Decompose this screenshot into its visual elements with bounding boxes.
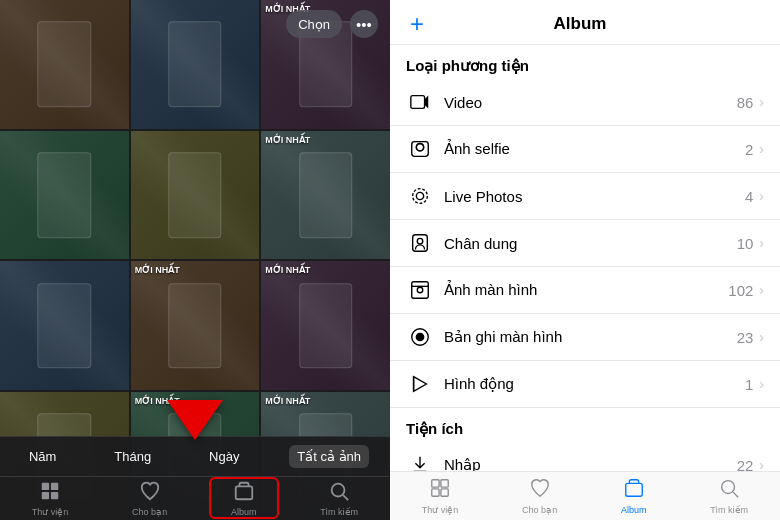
album-row-selfie[interactable]: Ảnh selfie 2 › [390, 126, 780, 173]
nav-library[interactable]: Thư viện [20, 476, 81, 520]
photo-cell[interactable]: MỚI NHẤT [131, 261, 260, 390]
right-panel: + Album Loại phương tiện Video 86 › Ảnh … [390, 0, 780, 520]
heart-icon-right [528, 477, 552, 503]
tab-month[interactable]: Tháng [106, 445, 159, 468]
nav-library-label: Thư viện [32, 507, 69, 517]
import-label: Nhập [444, 456, 737, 471]
album-row-screenshot[interactable]: Ảnh màn hình 102 › [390, 267, 780, 314]
screenrec-chevron: › [759, 329, 764, 345]
animated-count: 1 [745, 376, 753, 393]
bottom-nav-left: Thư viện Cho bạn Album Tìm kiếm [0, 476, 390, 520]
selfie-icon [406, 135, 434, 163]
time-tabs: Năm Tháng Ngày Tất cả ảnh [0, 436, 390, 476]
selfie-chevron: › [759, 141, 764, 157]
album-title: Album [428, 14, 732, 34]
album-header: + Album [390, 0, 780, 45]
portrait-count: 10 [737, 235, 754, 252]
photo-cell[interactable] [0, 261, 129, 390]
search-icon-right [717, 477, 741, 503]
svg-rect-16 [412, 282, 429, 299]
screenshot-count: 102 [728, 282, 753, 299]
section-title-utility: Tiện ích [390, 408, 780, 442]
portrait-chevron: › [759, 235, 764, 251]
album-row-portrait[interactable]: Chân dung 10 › [390, 220, 780, 267]
nav-search-left[interactable]: Tìm kiếm [308, 476, 370, 520]
svg-rect-3 [51, 492, 58, 499]
album-row-video[interactable]: Video 86 › [390, 79, 780, 126]
nav-library-right-label: Thư viện [422, 505, 459, 515]
nav-album-left-label: Album [231, 507, 257, 517]
photo-cell[interactable] [0, 131, 129, 260]
svg-rect-27 [432, 489, 439, 496]
left-panel: Chọn ••• MỚI NHẤT MỚI NHẤT MỚI NHẤT MỚI … [0, 0, 390, 520]
animated-icon [406, 370, 434, 398]
portrait-label: Chân dung [444, 235, 737, 252]
svg-rect-28 [441, 489, 448, 496]
animated-chevron: › [759, 376, 764, 392]
video-icon [406, 88, 434, 116]
nav-album-left[interactable]: Album [219, 476, 269, 520]
album-row-live[interactable]: Live Photos 4 › [390, 173, 780, 220]
section-title-media: Loại phương tiện [390, 45, 780, 79]
heart-icon [139, 480, 161, 505]
svg-point-30 [722, 481, 735, 494]
portrait-icon [406, 229, 434, 257]
nav-for-you-right[interactable]: Cho bạn [510, 473, 569, 519]
library-icon-right [428, 477, 452, 503]
screenrec-count: 23 [737, 329, 754, 346]
album-row-screenrec[interactable]: Bản ghi màn hình 23 › [390, 314, 780, 361]
nav-for-you-label: Cho bạn [132, 507, 167, 517]
live-chevron: › [759, 188, 764, 204]
svg-line-6 [343, 495, 348, 500]
chon-button[interactable]: Chọn [286, 10, 342, 38]
svg-rect-7 [411, 96, 425, 109]
album-scroll[interactable]: Loại phương tiện Video 86 › Ảnh selfie 2… [390, 45, 780, 471]
photo-cell[interactable] [131, 131, 260, 260]
photo-cell[interactable] [0, 0, 129, 129]
import-count: 22 [737, 457, 754, 472]
tab-day[interactable]: Ngày [201, 445, 247, 468]
photo-cell[interactable]: MỚI NHẤT [261, 131, 390, 260]
svg-rect-0 [42, 483, 49, 490]
nav-album-right-label: Album [621, 505, 647, 515]
tab-year[interactable]: Năm [21, 445, 64, 468]
svg-point-11 [416, 144, 423, 151]
nav-library-right[interactable]: Thư viện [410, 473, 471, 519]
svg-line-31 [733, 492, 738, 497]
svg-rect-1 [51, 483, 58, 490]
more-button[interactable]: ••• [350, 10, 378, 38]
svg-rect-29 [625, 483, 642, 496]
add-button[interactable]: + [406, 12, 428, 36]
animated-label: Hình động [444, 375, 745, 393]
nav-search-left-label: Tìm kiếm [320, 507, 358, 517]
album-row-import[interactable]: Nhập 22 › [390, 442, 780, 471]
nav-album-right[interactable]: Album [609, 473, 659, 519]
library-icon [39, 480, 61, 505]
screenrec-label: Bản ghi màn hình [444, 328, 737, 346]
svg-point-17 [417, 287, 423, 293]
svg-point-12 [416, 192, 423, 199]
screenrec-icon [406, 323, 434, 351]
search-icon-left [328, 480, 350, 505]
import-icon [406, 451, 434, 471]
svg-point-13 [413, 189, 428, 204]
svg-marker-21 [414, 377, 427, 392]
live-count: 4 [745, 188, 753, 205]
selfie-count: 2 [745, 141, 753, 158]
screenshot-chevron: › [759, 282, 764, 298]
nav-search-right-label: Tìm kiếm [710, 505, 748, 515]
photo-cell[interactable]: MỚI NHẤT [261, 261, 390, 390]
svg-rect-25 [432, 480, 439, 487]
album-icon-right [622, 477, 646, 503]
tab-all[interactable]: Tất cả ảnh [289, 445, 369, 468]
photo-cell[interactable] [131, 0, 260, 129]
live-label: Live Photos [444, 188, 745, 205]
svg-point-15 [417, 238, 423, 244]
nav-for-you[interactable]: Cho bạn [120, 476, 179, 520]
nav-search-right[interactable]: Tìm kiếm [698, 473, 760, 519]
album-row-animated[interactable]: Hình động 1 › [390, 361, 780, 408]
top-bar: Chọn ••• [274, 0, 390, 48]
import-chevron: › [759, 457, 764, 471]
bottom-nav-right: Thư viện Cho bạn Album Tìm kiếm [390, 471, 780, 520]
video-chevron: › [759, 94, 764, 110]
